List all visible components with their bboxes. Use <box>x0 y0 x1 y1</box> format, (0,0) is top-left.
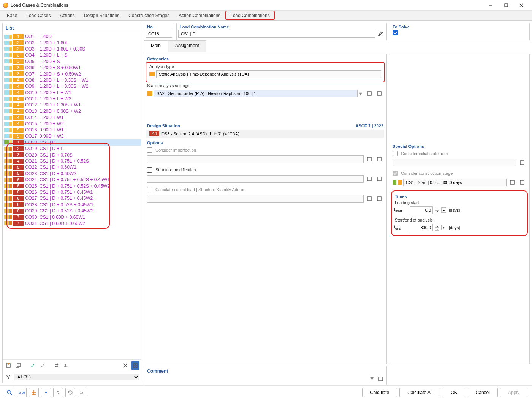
list-row[interactable]: 5CO160.90D + W1 <box>3 127 141 133</box>
comment-input[interactable] <box>146 375 369 382</box>
option-imperfection[interactable]: Consider imperfection <box>144 146 386 154</box>
list-row[interactable]: 6CO29CS1 | D + 0.52S + 0.45W2 <box>3 208 141 214</box>
list-row[interactable]: 3CO71.20D + S + 0.50W2 <box>3 71 141 77</box>
list-row[interactable]: 6CO24CS1 | D + 0.75L + 0.52S + 0.45W1 <box>3 177 141 183</box>
sas-lib-icon[interactable] <box>375 89 383 98</box>
list-row[interactable]: 3CO41.20D + L + S <box>3 52 141 58</box>
new-icon[interactable] <box>4 361 13 370</box>
cancel-button[interactable]: Cancel <box>468 388 498 397</box>
subtab-main[interactable]: Main <box>144 40 168 52</box>
solve-checkbox[interactable] <box>393 30 398 35</box>
list-row[interactable]: 5CO170.90D + W2 <box>3 133 141 139</box>
tstart-down[interactable]: ▾ <box>435 210 439 213</box>
filter-select[interactable]: All (31) <box>14 374 139 380</box>
critload-new-icon[interactable] <box>365 195 374 203</box>
list-row[interactable]: 4CO141.20D + W1 <box>3 114 141 120</box>
sas-new-icon[interactable] <box>365 89 374 98</box>
no-input[interactable] <box>146 30 172 38</box>
point-tool-icon[interactable] <box>41 388 51 397</box>
list-row[interactable]: 3CO51.20D + S <box>3 59 141 65</box>
initstate-lib-icon[interactable] <box>518 158 526 167</box>
deselect-all-icon[interactable] <box>38 361 47 370</box>
list-row[interactable]: 4CO21CS1 | D + 0.75L + 0.52S <box>3 158 141 164</box>
structmod-new-icon[interactable] <box>365 175 374 183</box>
list-body[interactable]: 1CO11.40D2CO21.20D + 1.60L2CO31.20D + 1.… <box>3 33 141 359</box>
calculate-all-button[interactable]: Calculate All <box>399 388 440 397</box>
structmod-lib-icon[interactable] <box>375 175 383 183</box>
filter-icon[interactable] <box>4 373 13 381</box>
model-tool-icon[interactable] <box>29 388 39 397</box>
list-row[interactable]: 3CO61.20D + S + 0.50W1 <box>3 65 141 71</box>
tend-arrow-icon[interactable]: ▸ <box>441 225 446 230</box>
list-row[interactable]: 1CO11.40D <box>3 33 141 40</box>
search-tool-icon[interactable] <box>5 388 14 397</box>
tab-action-combinations[interactable]: Action Combinations <box>174 11 225 20</box>
tstart-arrow-icon[interactable]: ▸ <box>441 207 446 213</box>
tend-down[interactable]: ▾ <box>435 228 439 231</box>
constage-new-icon[interactable] <box>508 178 516 187</box>
window-maximize-button[interactable] <box>499 0 514 10</box>
sort-21-icon[interactable]: 2↓ <box>63 361 71 370</box>
list-row[interactable]: 1CO18CS1 | D <box>3 139 141 146</box>
critload-lib-icon[interactable] <box>375 195 383 203</box>
imperfection-lib-icon[interactable] <box>375 155 383 163</box>
apply-button[interactable]: Apply <box>500 388 527 397</box>
list-row[interactable]: 6CO25CS1 | D + 0.75L + 0.52S + 0.45W2 <box>3 183 141 189</box>
tab-load-cases[interactable]: Load Cases <box>22 11 55 20</box>
tstart-input[interactable] <box>410 206 433 214</box>
list-row[interactable]: 5CO23CS1 | D + 0.60W2 <box>3 171 141 177</box>
ok-button[interactable]: OK <box>443 388 465 397</box>
tab-base[interactable]: Base <box>2 11 22 20</box>
tab-load-combinations[interactable]: Load Combinations <box>225 11 275 20</box>
list-row[interactable]: 7CO31CS1 | 0.60D + 0.60W2 <box>3 220 141 226</box>
fx-tool-icon[interactable]: fx <box>78 388 87 397</box>
list-row[interactable]: 6CO28CS1 | D + 0.52S + 0.45W1 <box>3 202 141 208</box>
tend-input[interactable] <box>410 224 433 231</box>
tab-actions[interactable]: Actions <box>55 11 79 20</box>
design-situation-line[interactable]: 2.4 DS3 - Section 2.4 (ASD), 1. to 7. (w… <box>146 130 384 138</box>
list-row[interactable]: 2CO31.20D + 1.60L + 0.30S <box>3 46 141 52</box>
tend-up[interactable]: ▴ <box>435 225 439 228</box>
row-num: 4 <box>13 159 24 164</box>
subtab-assignment[interactable]: Assignment <box>168 40 206 52</box>
list-row[interactable]: 6CO27CS1 | D + 0.75L + 0.45W2 <box>3 195 141 201</box>
window-minimize-button[interactable] <box>483 0 499 10</box>
sas-value[interactable]: SA2 - Second-order (P-Δ) | Newton-Raphso… <box>154 90 358 97</box>
delete-icon[interactable] <box>121 361 130 370</box>
tstart-up[interactable]: ▴ <box>435 207 439 210</box>
calculate-button[interactable]: Calculate <box>362 388 397 397</box>
list-row[interactable]: 2CO21.20D + 1.60L <box>3 40 141 46</box>
list-row[interactable]: 4CO91.20D + L + 0.30S + W2 <box>3 83 141 89</box>
option-structmod[interactable]: Structure modification <box>144 166 386 174</box>
list-row[interactable]: 2CO19CS1 | D + L <box>3 146 141 152</box>
select-all-icon[interactable] <box>28 361 37 370</box>
imperfection-new-icon[interactable] <box>365 155 374 163</box>
constage-value[interactable]: CS1 - Start | 0.0 ... 300.0 days <box>403 179 507 186</box>
list-row[interactable]: 4CO131.20D + 0.30S + W2 <box>3 108 141 114</box>
copy-icon[interactable] <box>14 361 22 370</box>
constage-lib-icon[interactable] <box>518 178 526 187</box>
grid-icon[interactable] <box>131 361 139 370</box>
refresh-tool-icon[interactable] <box>65 388 75 397</box>
link-tool-icon[interactable] <box>53 388 63 397</box>
list-row[interactable]: 3CO20CS1 | D + 0.70S <box>3 152 141 158</box>
list-row[interactable]: 6CO26CS1 | D + 0.75L + 0.45W1 <box>3 189 141 195</box>
name-input[interactable] <box>178 30 375 38</box>
list-row[interactable]: 7CO30CS1 | 0.60D + 0.60W1 <box>3 214 141 220</box>
window-close-button[interactable] <box>514 0 529 10</box>
tab-construction-stages[interactable]: Construction Stages <box>124 11 174 20</box>
list-row[interactable]: 4CO111.20D + L + W2 <box>3 96 141 102</box>
list-row[interactable]: 4CO121.20D + 0.30S + W1 <box>3 102 141 108</box>
swap-icon[interactable] <box>53 361 61 370</box>
units-tool-icon[interactable]: 0,00 <box>17 388 27 397</box>
list-row[interactable]: 4CO151.20D + W2 <box>3 120 141 127</box>
analysis-type-value[interactable]: Static Analysis | Time-Dependent Analysi… <box>156 70 381 78</box>
tab-design-situations[interactable]: Design Situations <box>79 11 124 20</box>
list-row[interactable]: 4CO101.20D + L + W1 <box>3 90 141 96</box>
option-critload[interactable]: Calculate critical load | Structure Stab… <box>144 185 386 194</box>
list-row[interactable]: 4CO81.20D + L + 0.30S + W1 <box>3 77 141 83</box>
list-row[interactable]: 5CO22CS1 | D + 0.60W1 <box>3 164 141 170</box>
option-initstate[interactable]: Consider initial state from <box>390 149 529 158</box>
comment-lib-icon[interactable] <box>377 375 385 383</box>
edit-name-icon[interactable] <box>377 30 385 38</box>
